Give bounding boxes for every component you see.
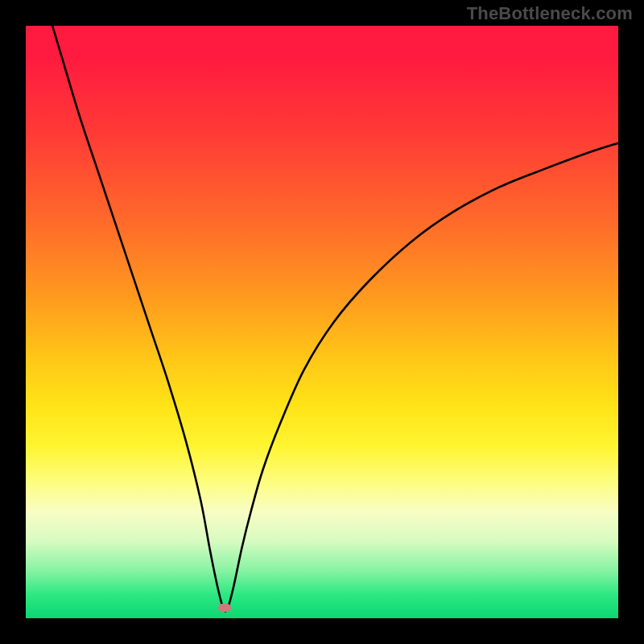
optimum-marker [218,604,231,612]
chart-frame: TheBottleneck.com [0,0,644,644]
bottleneck-curve [26,26,618,618]
watermark-text: TheBottleneck.com [467,3,633,24]
plot-area [26,26,618,618]
